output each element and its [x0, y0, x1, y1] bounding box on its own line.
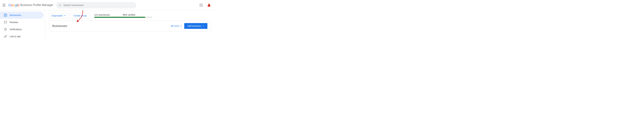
- sidebar-item-verifications[interactable]: Verifications: [0, 26, 44, 33]
- businesses-section-title: Businesses: [52, 24, 67, 28]
- sidebar-item-reviews[interactable]: Reviews: [0, 19, 44, 26]
- verified-percent: 88% verified: [123, 14, 135, 16]
- ungrouped-label: Ungrouped: [51, 14, 62, 17]
- add-business-label: Add business: [188, 25, 201, 27]
- sidebar-item-verifications-label: Verifications: [10, 28, 22, 31]
- store-icon: [4, 14, 7, 17]
- main-content: Ungrouped Create group 121 businesses 88…: [45, 10, 215, 38]
- app-title: Business Profile Manager: [20, 4, 53, 7]
- ungrouped-button[interactable]: Ungrouped: [49, 13, 68, 18]
- businesses-section-right: All (121) Add business: [171, 23, 208, 29]
- sidebar-item-link-to-ads-label: Link to ads: [10, 35, 20, 38]
- reviews-icon: [4, 21, 7, 24]
- search-input[interactable]: [63, 4, 134, 7]
- flame-svg: [207, 3, 211, 7]
- create-group-button[interactable]: Create group: [70, 13, 90, 18]
- create-group-label: Create group: [74, 14, 87, 17]
- shield-icon: [4, 28, 7, 31]
- sidebar: Businesses Reviews Verifications Link to…: [0, 10, 45, 38]
- chevron-down-icon: [64, 14, 66, 17]
- toolbar: Ungrouped Create group 121 businesses 88…: [49, 13, 211, 18]
- content-wrapper: Ungrouped Create group 121 businesses 88…: [49, 13, 211, 32]
- app-header: Google Business Profile Manager: [0, 0, 215, 10]
- stats-numbers: 121 businesses 88% verified: [94, 14, 152, 16]
- progress-bar-container: [94, 17, 152, 18]
- all-filter-chevron-icon: [180, 25, 182, 27]
- add-business-chevron-icon: [202, 25, 204, 27]
- flame-icon[interactable]: [206, 2, 212, 8]
- businesses-count: 121 businesses: [94, 14, 110, 16]
- hamburger-menu-icon[interactable]: [2, 3, 6, 7]
- sidebar-item-businesses-label: Businesses: [10, 14, 21, 17]
- nine-dots-grid: [200, 4, 202, 7]
- sidebar-item-businesses[interactable]: Businesses: [0, 12, 44, 19]
- logo-area: Google Business Profile Manager: [8, 3, 53, 7]
- svg-rect-1: [4, 21, 7, 23]
- apps-grid-icon[interactable]: [198, 2, 204, 8]
- header-right: [198, 2, 212, 8]
- header-left: Google Business Profile Manager: [2, 3, 53, 7]
- sidebar-item-reviews-label: Reviews: [10, 21, 18, 24]
- google-logo: Google: [8, 3, 19, 7]
- link-icon: [4, 35, 7, 38]
- search-icon: [58, 4, 61, 7]
- progress-bar-fill: [94, 17, 145, 18]
- all-filter-label: All (121): [171, 25, 179, 27]
- businesses-section: Businesses All (121) Add business: [49, 20, 211, 32]
- search-bar[interactable]: [56, 2, 136, 8]
- add-business-button[interactable]: Add business: [184, 23, 208, 29]
- sidebar-item-link-to-ads[interactable]: Link to ads: [0, 33, 44, 38]
- all-filter-button[interactable]: All (121): [171, 25, 182, 27]
- stats-area: 121 businesses 88% verified: [94, 14, 152, 18]
- main-layout: Businesses Reviews Verifications Link to…: [0, 10, 215, 38]
